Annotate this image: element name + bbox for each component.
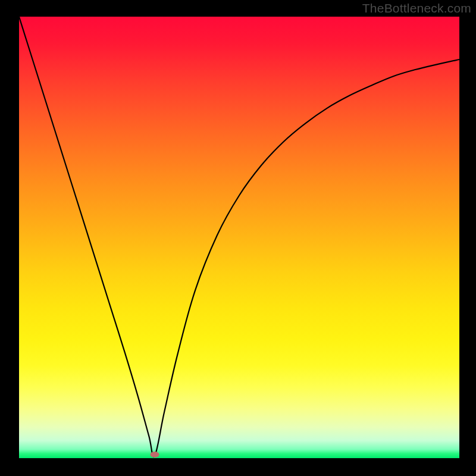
bottleneck-curve [19, 17, 459, 458]
watermark-text: TheBottleneck.com [362, 1, 471, 15]
optimum-marker [150, 452, 159, 458]
chart-frame: TheBottleneck.com [0, 0, 476, 476]
